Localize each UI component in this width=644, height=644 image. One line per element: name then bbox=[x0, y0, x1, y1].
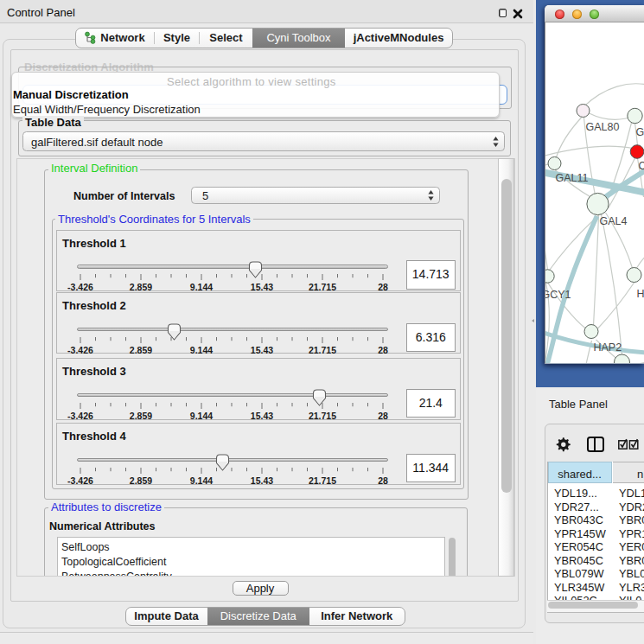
svg-text:GAL11: GAL11 bbox=[555, 172, 588, 184]
svg-text:C: C bbox=[638, 160, 644, 172]
svg-text:GA: GA bbox=[635, 126, 644, 138]
svg-text:HAP2: HAP2 bbox=[593, 341, 622, 354]
svg-text:GAL80: GAL80 bbox=[585, 121, 619, 133]
svg-text:GAL4: GAL4 bbox=[599, 215, 627, 227]
svg-text:HI: HI bbox=[636, 288, 644, 300]
svg-text:GCY1: GCY1 bbox=[545, 289, 571, 301]
